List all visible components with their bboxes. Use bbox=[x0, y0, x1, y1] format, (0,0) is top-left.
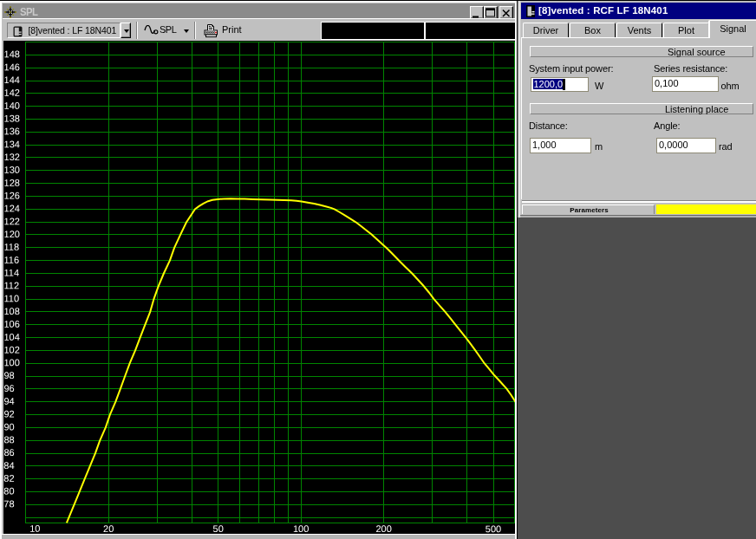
svg-text:122: 122 bbox=[4, 216, 20, 226]
svg-text:118: 118 bbox=[4, 242, 20, 252]
svg-text:10: 10 bbox=[29, 523, 40, 534]
svg-text:128: 128 bbox=[4, 178, 20, 188]
svg-text:88: 88 bbox=[3, 434, 14, 445]
svg-text:108: 108 bbox=[3, 306, 19, 316]
svg-text:148: 148 bbox=[4, 49, 20, 59]
svg-text:500: 500 bbox=[486, 523, 501, 534]
svg-text:100: 100 bbox=[293, 523, 309, 534]
svg-text:106: 106 bbox=[3, 319, 19, 329]
svg-text:20: 20 bbox=[103, 523, 114, 534]
svg-text:132: 132 bbox=[4, 152, 20, 162]
svg-text:142: 142 bbox=[4, 88, 20, 98]
svg-text:116: 116 bbox=[3, 255, 19, 265]
svg-text:90: 90 bbox=[3, 421, 14, 432]
svg-text:102: 102 bbox=[3, 344, 19, 354]
svg-text:124: 124 bbox=[4, 203, 20, 213]
svg-text:78: 78 bbox=[3, 498, 14, 509]
svg-text:130: 130 bbox=[4, 165, 20, 175]
svg-text:86: 86 bbox=[3, 447, 14, 458]
svg-text:134: 134 bbox=[4, 139, 20, 149]
svg-text:94: 94 bbox=[3, 396, 14, 406]
svg-text:144: 144 bbox=[4, 75, 20, 85]
svg-text:110: 110 bbox=[3, 293, 19, 303]
svg-text:114: 114 bbox=[3, 267, 19, 277]
svg-text:92: 92 bbox=[3, 409, 14, 419]
svg-text:136: 136 bbox=[4, 126, 20, 136]
svg-text:84: 84 bbox=[3, 460, 14, 471]
svg-text:82: 82 bbox=[3, 473, 14, 484]
svg-text:120: 120 bbox=[4, 229, 20, 239]
svg-text:100: 100 bbox=[3, 357, 19, 367]
svg-text:140: 140 bbox=[4, 101, 20, 111]
svg-text:80: 80 bbox=[3, 486, 14, 497]
svg-text:146: 146 bbox=[4, 62, 20, 72]
svg-text:126: 126 bbox=[4, 190, 20, 200]
svg-text:50: 50 bbox=[213, 523, 224, 534]
svg-text:138: 138 bbox=[4, 113, 20, 123]
svg-text:104: 104 bbox=[3, 332, 19, 342]
svg-text:112: 112 bbox=[3, 280, 19, 290]
svg-text:98: 98 bbox=[3, 370, 14, 380]
svg-text:96: 96 bbox=[3, 383, 14, 393]
svg-text:200: 200 bbox=[375, 523, 391, 534]
